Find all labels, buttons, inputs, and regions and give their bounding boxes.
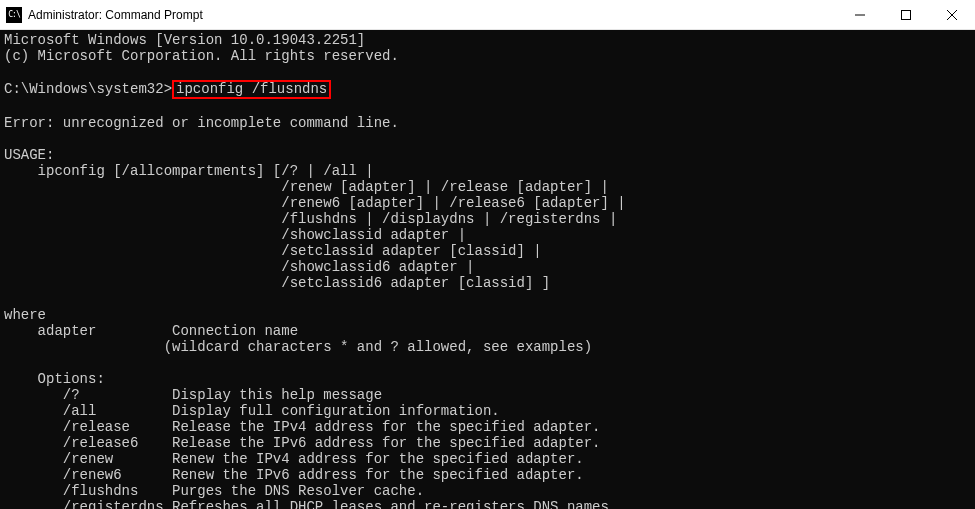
- option-line: /? Display this help message: [4, 387, 382, 403]
- prompt: C:\Windows\system32>: [4, 81, 172, 97]
- usage-line: /showclassid adapter |: [4, 227, 466, 243]
- options-header: Options:: [4, 371, 105, 387]
- usage-line: /setclassid6 adapter [classid] ]: [4, 275, 550, 291]
- usage-line: /showclassid6 adapter |: [4, 259, 474, 275]
- option-line: /renew6 Renew the IPv6 address for the s…: [4, 467, 584, 483]
- usage-line: /renew6 [adapter] | /release6 [adapter] …: [4, 195, 626, 211]
- usage-line: /renew [adapter] | /release [adapter] |: [4, 179, 609, 195]
- usage-line: /flushdns | /displaydns | /registerdns |: [4, 211, 617, 227]
- maximize-button[interactable]: [883, 0, 929, 30]
- banner-line-2: (c) Microsoft Corporation. All rights re…: [4, 48, 399, 64]
- where-line: adapter Connection name: [4, 323, 298, 339]
- banner-line-1: Microsoft Windows [Version 10.0.19043.22…: [4, 32, 365, 48]
- cmd-icon: C:\: [6, 7, 22, 23]
- error-line: Error: unrecognized or incomplete comman…: [4, 115, 399, 131]
- where-header: where: [4, 307, 46, 323]
- option-line: /release Release the IPv4 address for th…: [4, 419, 601, 435]
- terminal-area[interactable]: Microsoft Windows [Version 10.0.19043.22…: [0, 30, 975, 509]
- command-highlight: ipconfig /flusndns: [172, 80, 331, 99]
- option-line: /flushdns Purges the DNS Resolver cache.: [4, 483, 424, 499]
- close-button[interactable]: [929, 0, 975, 30]
- option-line: /release6 Release the IPv6 address for t…: [4, 435, 601, 451]
- titlebar[interactable]: C:\ Administrator: Command Prompt: [0, 0, 975, 30]
- usage-header: USAGE:: [4, 147, 54, 163]
- window-root: C:\ Administrator: Command Prompt Micros…: [0, 0, 975, 509]
- minimize-button[interactable]: [837, 0, 883, 30]
- usage-line: /setclassid adapter [classid] |: [4, 243, 542, 259]
- usage-line: ipconfig [/allcompartments] [/? | /all |: [4, 163, 374, 179]
- option-line: /all Display full configuration informat…: [4, 403, 500, 419]
- option-line: /renew Renew the IPv4 address for the sp…: [4, 451, 584, 467]
- option-line: /registerdns Refreshes all DHCP leases a…: [4, 499, 609, 509]
- command-text: ipconfig /flusndns: [176, 81, 327, 97]
- where-line: (wildcard characters * and ? allowed, se…: [4, 339, 592, 355]
- svg-rect-0: [902, 10, 911, 19]
- window-title: Administrator: Command Prompt: [28, 8, 203, 22]
